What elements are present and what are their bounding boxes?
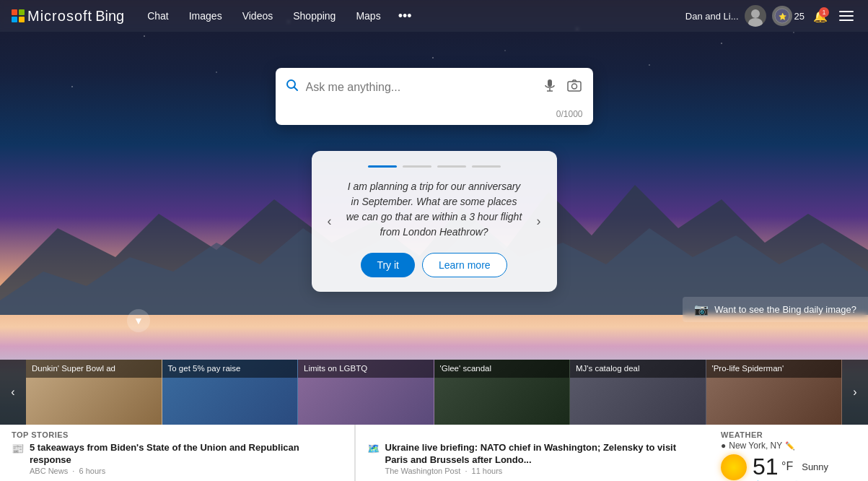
weather-temperature: 51 °F [753,454,793,480]
dot-3 [437,165,466,168]
search-icon [286,79,299,95]
news-card-5[interactable]: 'Pro-life Spiderman' [706,360,843,425]
bing-image-banner[interactable]: 📷 Want to see the Bing daily image? [683,297,868,322]
logo-sq-blue [12,17,17,22]
nav-more-button[interactable]: ••• [393,6,418,27]
weather-location[interactable]: ● New York, NY ✏️ [721,441,856,451]
try-it-button[interactable]: Try it [361,253,415,277]
story-item-1[interactable]: 🗺️ Ukraine live briefing: NATO chief in … [367,442,698,475]
points-count: 25 [794,11,805,22]
search-input[interactable] [306,81,534,94]
user-label[interactable]: Dan and Li... [685,11,739,22]
notification-badge: 1 [819,7,829,17]
news-card-title-3: 'Glee' scandal [434,360,570,378]
weather-condition: Sunny [802,462,828,472]
logo-sq-yellow [19,17,25,22]
bing-banner-text: Want to see the Bing daily image? [714,304,856,315]
weather-widget: WEATHER ● New York, NY ✏️ 51 °F Sunny 💧 … [709,425,868,481]
story-icon-1: 🗺️ [367,443,380,454]
news-card-title-0: Dunkin' Super Bowl ad [26,360,162,378]
news-cards: Dunkin' Super Bowl ad To get 5% pay rais… [26,360,842,425]
menu-button[interactable] [836,6,856,26]
story-content-0: 5 takeaways from Biden's State of the Un… [30,442,343,475]
news-card-1[interactable]: To get 5% pay raise [162,360,299,425]
story-content-1: Ukraine live briefing: NATO chief in Was… [385,442,698,475]
nav-shopping[interactable]: Shopping [284,6,344,26]
news-card-title-5: 'Pro-life Spiderman' [706,360,842,378]
carousel-actions: Try it Learn more [346,253,522,277]
hamburger-line-2 [839,15,854,17]
nav-maps[interactable]: Maps [347,6,389,26]
logo-sq-red [12,9,17,15]
points-icon: ⭐ [772,6,792,26]
camera-icon[interactable] [566,77,583,98]
news-next-button[interactable]: › [842,360,868,425]
char-count: 0/1000 [276,106,593,125]
story-meta-1: The Washington Post · 11 hours [385,467,698,475]
news-card-2[interactable]: Limits on LGBTQ [298,360,434,425]
location-dot-icon: ● [721,441,726,451]
news-ticker: ‹ Dunkin' Super Bowl ad To get 5% pay ra… [0,360,868,425]
news-prev-button[interactable]: ‹ [0,360,26,425]
search-box: 0/1000 [276,68,593,125]
svg-point-12 [571,84,577,89]
story-item-0[interactable]: 📰 5 takeaways from Biden's State of the … [12,442,343,475]
story-title-0[interactable]: 5 takeaways from Biden's State of the Un… [30,442,343,467]
news-card-4[interactable]: MJ's catalog deal [570,360,706,425]
story-meta-0: ABC News · 6 hours [30,467,343,475]
svg-point-3 [748,18,763,27]
main-nav: Chat Images Videos Shopping Maps ••• [139,6,685,27]
story-icon-0: 📰 [12,443,24,454]
news-card-title-2: Limits on LGBTQ [298,360,434,378]
nav-images[interactable]: Images [180,6,231,26]
carousel-next-button[interactable]: › [528,211,550,233]
header-right: Dan and Li... ⭐ 25 🔔 1 [685,5,856,27]
nav-videos[interactable]: Videos [234,6,282,26]
svg-line-7 [294,87,297,91]
carousel-prompt-text: I am planning a trip for our anniversary… [346,179,522,240]
learn-more-button[interactable]: Learn more [422,253,507,277]
carousel-prev-button[interactable]: ‹ [319,211,341,233]
search-input-row [276,68,593,106]
sun-icon [721,454,747,480]
camera-banner-icon: 📷 [694,303,709,316]
logo-microsoft-text: Microsoft [27,8,92,25]
weather-label: WEATHER [721,430,856,439]
logo-sq-green [19,9,25,15]
svg-text:⭐: ⭐ [778,12,786,21]
carousel-dots [346,165,522,168]
news-card-0[interactable]: Dunkin' Super Bowl ad [26,360,162,425]
search-container: 0/1000 [0,68,868,125]
news-card-title-4: MJ's catalog deal [570,360,706,378]
story-title-1[interactable]: Ukraine live briefing: NATO chief in Was… [385,442,698,467]
edit-location-icon[interactable]: ✏️ [785,441,795,451]
microphone-icon[interactable] [541,77,558,98]
header: Microsoft Bing Chat Images Videos Shoppi… [0,0,868,32]
bottom-panel: ‹ Dunkin' Super Bowl ad To get 5% pay ra… [0,360,868,481]
avatar[interactable] [745,5,766,27]
weather-city: New York, NY [729,441,782,451]
news-card-3[interactable]: 'Glee' scandal [434,360,571,425]
svg-rect-11 [568,82,581,91]
scroll-down-button[interactable]: ▼ [127,309,150,332]
top-stories-right: 🗺️ Ukraine live briefing: NATO chief in … [356,425,710,481]
bottom-info: Top stories 📰 5 takeaways from Biden's S… [0,425,868,481]
top-stories-left: Top stories 📰 5 takeaways from Biden's S… [0,425,355,481]
prompt-carousel: ‹ › I am planning a trip for our anniver… [312,151,557,292]
nav-chat[interactable]: Chat [139,6,177,26]
dot-4 [472,165,501,168]
notification-button[interactable]: 🔔 1 [810,6,830,26]
points-badge[interactable]: ⭐ 25 [772,6,805,26]
hamburger-line-1 [839,11,854,12]
dot-1 [368,165,397,168]
top-stories-label: Top stories [12,430,343,439]
hamburger-line-3 [839,20,854,21]
microsoft-logo [12,9,25,22]
svg-point-2 [751,9,760,18]
dot-2 [403,165,431,168]
logo[interactable]: Microsoft Bing [12,8,124,25]
news-card-title-1: To get 5% pay raise [162,360,298,378]
svg-rect-8 [548,79,552,87]
logo-bing-text: Bing [95,8,124,25]
weather-main: 51 °F Sunny [721,454,856,480]
